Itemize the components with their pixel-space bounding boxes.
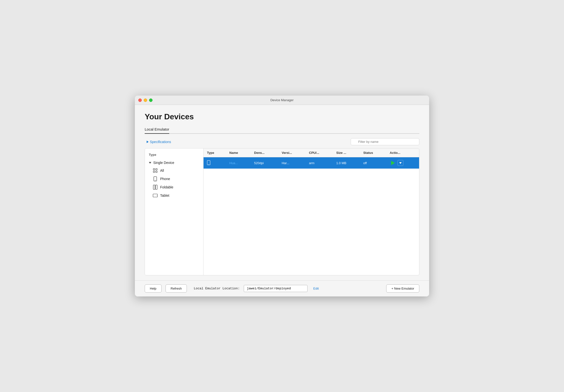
devices-table: Type Name Dens... Versi... CPU/... Size …: [204, 149, 419, 169]
svg-rect-5: [156, 171, 157, 173]
svg-rect-9: [155, 185, 157, 189]
tabs-bar: Local Emulator: [145, 127, 419, 134]
sidebar: Type Single Device: [145, 148, 204, 275]
row-cpu: arm: [306, 157, 333, 169]
phone-sidebar-icon: [153, 176, 158, 181]
close-button[interactable]: [138, 98, 142, 102]
col-cpu: CPU/...: [306, 149, 333, 157]
main-window: Device Manager Your Devices Local Emulat…: [135, 95, 429, 297]
filter-wrapper: [351, 138, 419, 145]
play-button[interactable]: [390, 160, 396, 166]
sidebar-group-label: Single Device: [153, 161, 174, 165]
footer: Help Refresh Local Emulator Location: Ed…: [135, 280, 429, 297]
table-row[interactable]: Hua... 520dpi Har... arm 1.0 MB off: [204, 157, 419, 169]
row-status: off: [360, 157, 386, 169]
refresh-button[interactable]: Refresh: [166, 284, 187, 293]
content-row: Type Single Device: [145, 148, 419, 275]
sidebar-group: Single Device All: [145, 159, 203, 200]
svg-rect-3: [156, 169, 157, 170]
col-type: Type: [204, 149, 226, 157]
edit-button[interactable]: Edit: [311, 285, 321, 292]
row-actions: [386, 157, 419, 169]
sidebar-item-phone[interactable]: Phone: [145, 175, 203, 183]
help-button[interactable]: Help: [145, 284, 162, 293]
filter-input[interactable]: [351, 138, 419, 145]
table-header-row: Type Name Dens... Versi... CPU/... Size …: [204, 149, 419, 157]
svg-rect-8: [153, 185, 155, 189]
page-title: Your Devices: [145, 112, 419, 121]
col-name: Name: [226, 149, 251, 157]
dropdown-button[interactable]: [397, 160, 403, 166]
tab-local-emulator[interactable]: Local Emulator: [145, 127, 169, 134]
sidebar-item-phone-label: Phone: [160, 177, 170, 181]
col-status: Status: [360, 149, 386, 157]
row-density: 520dpi: [251, 157, 278, 169]
col-size: Size ...: [333, 149, 360, 157]
row-name[interactable]: Hua...: [226, 157, 251, 169]
sidebar-item-foldable[interactable]: Foldable: [145, 183, 203, 191]
actions-cell: [390, 160, 416, 166]
col-actions: Actio...: [386, 149, 419, 157]
row-size: 1.0 MB: [333, 157, 360, 169]
play-icon: [391, 161, 395, 165]
svg-point-11: [157, 195, 157, 196]
traffic-lights: [138, 98, 153, 102]
maximize-button[interactable]: [149, 98, 153, 102]
window-title: Device Manager: [270, 98, 294, 102]
device-name-link[interactable]: Hua...: [229, 161, 238, 165]
table-area: Type Name Dens... Versi... CPU/... Size …: [204, 148, 419, 275]
sidebar-item-all-label: All: [160, 169, 164, 173]
expand-arrow-icon: [149, 162, 151, 164]
row-type-icon: [204, 157, 226, 169]
svg-point-7: [155, 180, 155, 181]
spec-triangle-icon: [147, 141, 149, 143]
location-label: Local Emulator Location:: [194, 287, 240, 290]
grid-icon: [153, 168, 158, 173]
new-emulator-button[interactable]: + New Emulator: [386, 284, 419, 293]
sidebar-item-all[interactable]: All: [145, 166, 203, 175]
minimize-button[interactable]: [144, 98, 147, 102]
location-input[interactable]: [244, 285, 308, 292]
svg-point-13: [209, 164, 209, 164]
toolbar-row: Specifications: [145, 138, 419, 145]
titlebar: Device Manager: [135, 95, 429, 105]
foldable-icon: [153, 185, 158, 190]
sidebar-item-tablet[interactable]: Tablet: [145, 191, 203, 200]
sidebar-item-tablet-label: Tablet: [160, 194, 169, 197]
tablet-icon: [153, 193, 158, 198]
svg-rect-2: [153, 169, 155, 170]
col-density: Dens...: [251, 149, 278, 157]
specifications-label: Specifications: [150, 140, 171, 144]
col-version: Versi...: [278, 149, 306, 157]
main-content: Your Devices Local Emulator Specificatio…: [135, 105, 429, 280]
row-version: Har...: [278, 157, 306, 169]
sidebar-type-header: Type: [145, 151, 203, 158]
specifications-button[interactable]: Specifications: [145, 139, 173, 145]
chevron-down-icon: [399, 162, 402, 164]
sidebar-item-foldable-label: Foldable: [160, 185, 173, 189]
sidebar-group-header[interactable]: Single Device: [145, 159, 203, 166]
svg-rect-4: [153, 171, 155, 173]
